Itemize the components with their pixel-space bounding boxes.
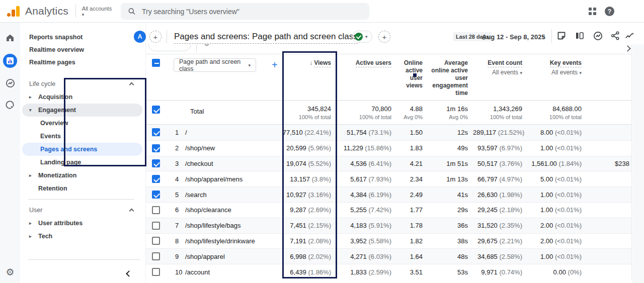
filter-chip-partial[interactable] [148, 44, 191, 51]
column-header-key-events[interactable]: Key events All events ▾ [527, 54, 587, 100]
section-user[interactable]: User [20, 204, 145, 217]
row-number: 5 [169, 191, 185, 199]
views-cell: 7,451 (2.15%) [267, 222, 336, 229]
page-path: /shop/new [185, 144, 267, 152]
row-checkbox[interactable] [152, 268, 160, 276]
account-switcher[interactable]: All accounts ▾ [76, 6, 112, 17]
row-number: 7 [169, 222, 185, 229]
global-search[interactable] [121, 3, 369, 20]
table-row[interactable]: 5 /search 10,927 (3.16%) 4,384 (6.19%) 2… [146, 186, 631, 202]
chevron-down-icon[interactable]: ▾ [542, 34, 545, 39]
row-checkbox[interactable] [152, 159, 160, 167]
row-checkbox[interactable] [152, 191, 160, 199]
online-views-cell: 2.49 [396, 191, 428, 199]
rail-item-explore[interactable] [3, 98, 17, 112]
sidebar-item-monetization[interactable]: ▸ Monetization [20, 169, 145, 182]
search-icon [128, 7, 136, 16]
insights-button[interactable] [593, 31, 604, 42]
table-row[interactable]: 2 /shop/new 20,599 (5.96%) 11,229 (15.86… [146, 140, 631, 156]
page-path: /shop/apparel/mens [185, 175, 267, 183]
table-row[interactable]: 1 / 77,510 (22.41%) 51,754 (73.1%) 1.50 … [146, 125, 631, 140]
engagement-time-cell: 12s [428, 129, 473, 136]
section-life-cycle[interactable]: Life cycle [20, 77, 145, 90]
rail-item-advertising[interactable] [3, 76, 17, 90]
add-report-tab-button[interactable]: + [378, 31, 390, 43]
rail-item-home[interactable] [3, 31, 17, 45]
row-checkbox[interactable] [152, 144, 160, 152]
event-count-cell: 26,630 (1.98%) [473, 191, 527, 199]
sidebar-item-reports-snapshot[interactable]: Reports snapshot [20, 31, 145, 43]
views-cell: 10,927 (3.16%) [267, 191, 336, 199]
page-path: /shop/lifestyle/drinkware [185, 237, 267, 245]
row-checkbox[interactable] [152, 237, 160, 245]
sidebar-item-user-attributes[interactable]: ▸ User attributes [20, 217, 145, 230]
event-count-filter[interactable]: All events ▾ [473, 69, 522, 77]
sidebar-item-events[interactable]: Events [20, 130, 145, 143]
sidebar-item-tech[interactable]: ▸ Tech [20, 230, 145, 243]
sidebar-item-landing-page[interactable]: Landing page [20, 156, 145, 169]
expand-right-icon: ▸ [29, 234, 34, 239]
row-checkbox[interactable] [152, 128, 160, 136]
comparison-button[interactable] [575, 31, 586, 42]
analytics-logo[interactable]: Analytics [0, 5, 68, 17]
header-divider [167, 30, 167, 43]
sidebar-item-realtime-overview[interactable]: Realtime overview [20, 43, 145, 56]
sidebar-item-realtime-pages[interactable]: Realtime pages [20, 56, 145, 68]
row-checkbox[interactable] [152, 206, 160, 214]
key-events-cell: 1.00 (<0.01%) [527, 144, 587, 152]
sidebar-item-engagement-overview[interactable]: Overview [20, 117, 145, 130]
sidebar-item-pages-and-screens[interactable]: Pages and screens [22, 143, 142, 156]
help-icon[interactable]: ? [605, 7, 614, 16]
search-input[interactable] [142, 8, 362, 16]
dimension-selector[interactable]: Page path and screen class ▾ [174, 58, 256, 72]
add-dimension-button[interactable]: + [272, 59, 278, 71]
advertising-icon [5, 78, 16, 88]
apps-grid-icon[interactable] [589, 8, 596, 15]
row-number: 6 [169, 206, 185, 214]
event-count-cell: 31,520 (2.35%) [473, 222, 527, 229]
search-icon[interactable] [204, 44, 209, 46]
active-users-cell: 4,183 (5.91%) [336, 222, 396, 229]
column-header-avg-engagement-time[interactable]: Average online active user engagement ti… [428, 54, 473, 100]
collapse-sidebar-icon[interactable] [126, 270, 132, 277]
page-path: /shop/clearance [185, 206, 267, 214]
avatar[interactable]: A [134, 31, 146, 43]
row-checkbox[interactable] [152, 222, 160, 230]
table-row[interactable]: 10 /account 6,439 (1.86%) 1,833 (2.59%) … [146, 264, 631, 279]
add-segment-button[interactable]: + [149, 31, 162, 43]
event-count-cell: 66,797 (4.97%) [473, 175, 527, 183]
notes-button[interactable] [556, 31, 568, 42]
page-title[interactable]: Pages and screens: Page path and screen … [174, 32, 358, 44]
sidebar-item-retention[interactable]: Retention [20, 182, 145, 195]
row-checkbox[interactable] [152, 252, 160, 260]
table-row[interactable]: 9 /shop/apparel 6,998 (2.02%) 4,271 (6.0… [146, 248, 631, 264]
table-row[interactable]: 7 /shop/lifestyle/bags 7,451 (2.15%) 4,1… [146, 218, 631, 233]
table-row[interactable]: 4 /shop/apparel/mens 13,157 (3.8%) 5,617… [146, 171, 631, 186]
engagement-time-cell: 29s [428, 206, 473, 214]
sidebar-item-engagement[interactable]: ▾ Engagement [22, 104, 142, 117]
trend-insights-icon[interactable] [624, 31, 635, 42]
select-all-checkbox[interactable] [152, 59, 160, 67]
sidebar-item-acquisition[interactable]: ▸ Acquisition [20, 90, 145, 104]
rail-item-reports[interactable] [3, 54, 17, 68]
column-header-event-count[interactable]: Event count All events ▾ [473, 54, 527, 100]
column-header-active-users[interactable]: Active users [336, 54, 396, 100]
rail-item-admin[interactable]: ⚙ [6, 267, 14, 277]
row-number: 1 [169, 129, 185, 136]
column-header-online-active-user-views[interactable]: Online active user views [396, 54, 428, 100]
share-icon[interactable] [610, 31, 621, 42]
date-range-picker[interactable]: Aug 12 - Sep 8, 2025 [482, 33, 545, 41]
table-row[interactable]: 3 /checkout 19,074 (5.52%) 4,536 (6.41%)… [146, 156, 631, 171]
table-toolbar-cut [146, 44, 631, 54]
chevron-down-icon: ▾ [579, 70, 582, 75]
table-row[interactable]: 6 /shop/clearance 9,287 (2.69%) 5,255 (7… [146, 202, 631, 218]
row-checkbox[interactable] [152, 175, 160, 183]
key-events-filter[interactable]: All events ▾ [527, 69, 582, 77]
key-events-cell: 1.00 (<0.01%) [527, 253, 587, 260]
active-users-cell: 51,754 (73.1%) [336, 129, 396, 136]
online-views-cell: 1.83 [396, 144, 428, 152]
report-status-button[interactable]: ▾ [352, 31, 372, 43]
table-row[interactable]: 8 /shop/lifestyle/drinkware 7,191 (2.08%… [146, 233, 631, 249]
chevron-down-icon: ▾ [520, 70, 522, 75]
total-checkbox[interactable] [152, 106, 160, 114]
